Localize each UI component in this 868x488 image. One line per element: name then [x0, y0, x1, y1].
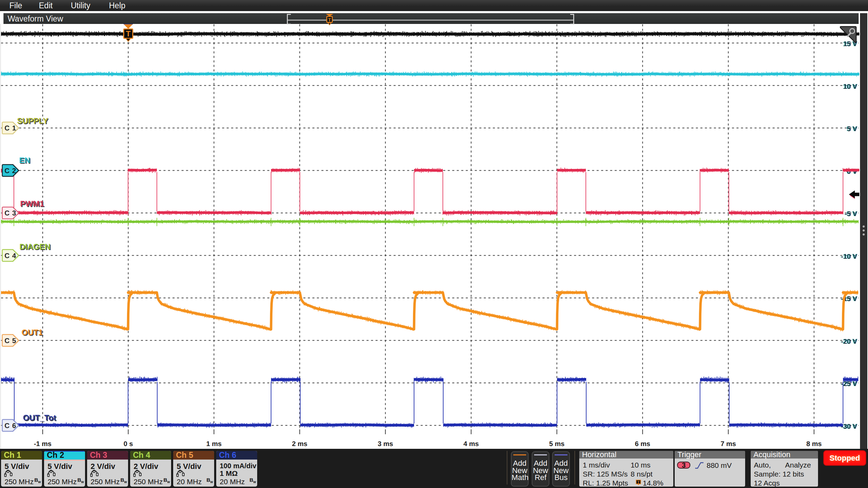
svg-text:PWM1: PWM1 [20, 199, 44, 208]
svg-text:8 ms: 8 ms [806, 440, 822, 448]
svg-text:-5 V: -5 V [845, 210, 857, 218]
svg-text:-10 V: -10 V [841, 253, 857, 260]
svg-text:1 ms: 1 ms [206, 440, 222, 448]
svg-text:10 V: 10 V [843, 83, 857, 91]
svg-text:C 5: C 5 [5, 337, 16, 345]
svg-text:EN: EN [19, 156, 30, 165]
svg-text:DIAGEN: DIAGEN [19, 242, 50, 251]
svg-text:T: T [126, 29, 130, 38]
svg-text:-30 V: -30 V [841, 423, 857, 430]
svg-text:OUT1: OUT1 [22, 328, 43, 337]
svg-text:6 ms: 6 ms [635, 440, 650, 448]
svg-text:-20 V: -20 V [841, 338, 857, 345]
svg-text:C 6: C 6 [5, 422, 16, 430]
svg-text:5 ms: 5 ms [549, 440, 565, 448]
svg-text:C 2: C 2 [5, 167, 16, 175]
svg-text:C 3: C 3 [5, 209, 16, 217]
svg-text:7 ms: 7 ms [720, 440, 736, 448]
svg-text:2 ms: 2 ms [292, 440, 307, 448]
svg-text:-1 ms: -1 ms [34, 440, 52, 448]
svg-text:3 ms: 3 ms [378, 440, 393, 448]
svg-text:0 s: 0 s [124, 440, 133, 448]
svg-text:T: T [328, 17, 331, 23]
svg-text:5 V: 5 V [847, 125, 857, 133]
svg-text:C 4: C 4 [5, 252, 16, 260]
svg-text:T: T [637, 481, 639, 485]
svg-text:C 1: C 1 [5, 125, 16, 132]
svg-text:4 ms: 4 ms [463, 440, 479, 448]
svg-text:SUPPLY: SUPPLY [17, 116, 48, 125]
svg-text:OUT_Tot: OUT_Tot [23, 413, 56, 422]
